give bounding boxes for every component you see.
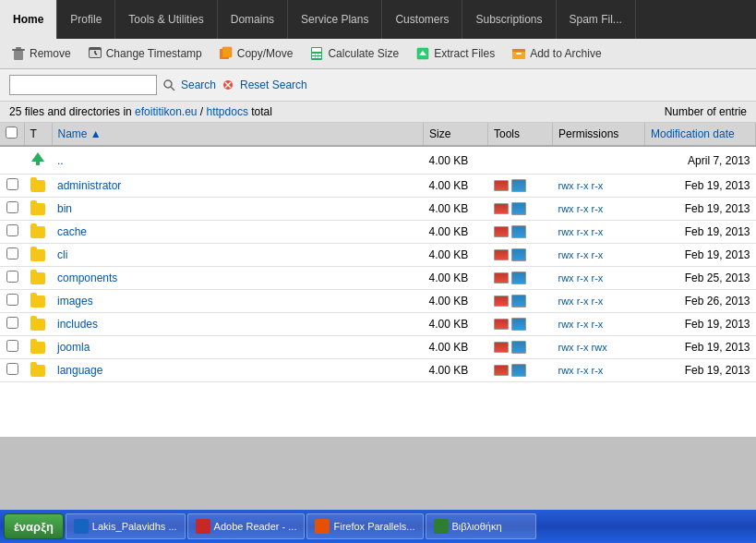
permissions-link[interactable]: rwx r-x r-x: [558, 180, 604, 191]
copymove-button[interactable]: Copy/Move: [215, 44, 297, 63]
remove-button[interactable]: Remove: [7, 44, 75, 63]
row-date: Feb 25, 2013: [645, 267, 756, 290]
row-permissions: [553, 146, 645, 175]
row-name[interactable]: bin: [52, 198, 424, 221]
row-name[interactable]: joomla: [52, 336, 424, 359]
rename-icon[interactable]: [494, 249, 509, 260]
change-timestamp-button[interactable]: Change Timestamp: [84, 44, 206, 63]
nav-home[interactable]: Home: [0, 0, 57, 39]
permissions-link[interactable]: rwx r-x r-x: [558, 272, 604, 284]
row-name[interactable]: administrator: [52, 175, 424, 198]
taskbar-item-1[interactable]: Adobe Reader - ...: [187, 513, 306, 539]
file-link[interactable]: joomla: [57, 341, 90, 354]
file-link[interactable]: images: [57, 295, 93, 308]
nav-customers[interactable]: Customers: [382, 0, 462, 39]
permissions-link[interactable]: rwx r-x r-x: [558, 365, 604, 376]
svg-rect-13: [318, 54, 321, 55]
row-date: Feb 19, 2013: [645, 198, 756, 221]
copy-icon[interactable]: [511, 179, 526, 192]
path-link[interactable]: httpdocs: [207, 105, 248, 118]
file-link[interactable]: language: [57, 364, 102, 377]
row-checkbox[interactable]: [6, 317, 18, 329]
copy-icon[interactable]: [511, 341, 526, 354]
file-link[interactable]: ..: [57, 154, 64, 167]
permissions-link[interactable]: rwx r-x r-x: [558, 203, 604, 214]
nav-subscriptions[interactable]: Subscriptions: [462, 0, 556, 39]
row-checkbox[interactable]: [6, 340, 18, 352]
rename-icon[interactable]: [494, 203, 509, 214]
select-all-checkbox[interactable]: [6, 127, 18, 139]
row-type: [24, 198, 52, 221]
search-input[interactable]: [9, 75, 157, 95]
taskbar-item-0[interactable]: Lakis_Palavidhs ...: [66, 513, 186, 539]
reset-search-button[interactable]: Reset Search: [240, 78, 307, 91]
rename-icon[interactable]: [494, 226, 509, 237]
permissions-link[interactable]: rwx r-x r-x: [558, 249, 604, 260]
rename-icon[interactable]: [494, 342, 509, 353]
file-link[interactable]: includes: [57, 318, 98, 331]
row-size: 4.00 KB: [424, 244, 488, 267]
nav-tools[interactable]: Tools & Utilities: [115, 0, 217, 39]
up-arrow-icon: [30, 151, 46, 167]
row-date: April 7, 2013: [645, 146, 756, 175]
row-tools: [488, 244, 553, 267]
table-row: ..4.00 KBApril 7, 2013: [0, 146, 756, 175]
row-name[interactable]: language: [52, 359, 424, 382]
svg-rect-8: [222, 47, 232, 57]
row-checkbox[interactable]: [6, 363, 18, 375]
nav-profile[interactable]: Profile: [57, 0, 115, 39]
permissions-link[interactable]: rwx r-x rwx: [558, 342, 607, 353]
permissions-link[interactable]: rwx r-x r-x: [558, 319, 604, 330]
svg-rect-28: [36, 162, 40, 165]
copy-icon[interactable]: [511, 364, 526, 377]
file-link[interactable]: administrator: [57, 179, 121, 192]
start-button[interactable]: έναρξη: [4, 513, 64, 539]
copy-icon[interactable]: [511, 248, 526, 261]
copy-icon[interactable]: [511, 272, 526, 284]
extract-icon: [415, 46, 430, 61]
rename-icon[interactable]: [494, 180, 509, 191]
file-link[interactable]: cli: [57, 248, 67, 261]
taskbar-item-3[interactable]: Βιβλιοθήκη: [426, 513, 536, 539]
rename-icon[interactable]: [494, 365, 509, 376]
rename-icon[interactable]: [494, 296, 509, 307]
taskbar-icon-1: [196, 519, 210, 534]
row-name[interactable]: ..: [52, 146, 424, 175]
row-name[interactable]: cli: [52, 244, 424, 267]
header-date[interactable]: Modification date: [645, 123, 756, 146]
taskbar-item-2[interactable]: Firefox Parallels...: [306, 513, 423, 539]
row-checkbox[interactable]: [6, 224, 18, 236]
row-checkbox[interactable]: [6, 271, 18, 283]
domain-link[interactable]: efoititikon.eu: [135, 105, 197, 118]
calculate-size-button[interactable]: Calculate Size: [306, 44, 402, 63]
file-link[interactable]: bin: [57, 202, 72, 215]
nav-spam[interactable]: Spam Fil...: [557, 0, 636, 39]
copy-icon[interactable]: [511, 202, 526, 215]
nav-domains[interactable]: Domains: [218, 0, 288, 39]
row-checkbox[interactable]: [6, 294, 18, 306]
row-name[interactable]: components: [52, 267, 424, 290]
row-type: [24, 313, 52, 336]
copy-icon[interactable]: [511, 318, 526, 331]
file-link[interactable]: components: [57, 272, 117, 284]
search-button[interactable]: Search: [181, 78, 216, 91]
copy-icon[interactable]: [511, 225, 526, 238]
header-name[interactable]: Name ▲: [52, 123, 424, 146]
row-checkbox[interactable]: [6, 178, 18, 190]
rename-icon[interactable]: [494, 272, 509, 284]
permissions-link[interactable]: rwx r-x r-x: [558, 296, 604, 307]
add-to-archive-button[interactable]: Add to Archive: [508, 44, 605, 63]
row-checkbox[interactable]: [6, 247, 18, 259]
header-checkbox[interactable]: [0, 123, 24, 146]
file-link[interactable]: cache: [57, 225, 87, 238]
row-checkbox[interactable]: [6, 201, 18, 213]
row-name[interactable]: images: [52, 290, 424, 313]
rename-icon[interactable]: [494, 319, 509, 330]
nav-service-plans[interactable]: Service Plans: [288, 0, 382, 39]
taskbar-icon-0: [74, 519, 89, 534]
permissions-link[interactable]: rwx r-x r-x: [558, 226, 604, 237]
extract-files-button[interactable]: Extract Files: [412, 44, 498, 63]
row-name[interactable]: cache: [52, 221, 424, 244]
row-name[interactable]: includes: [52, 313, 424, 336]
copy-icon[interactable]: [511, 295, 526, 308]
